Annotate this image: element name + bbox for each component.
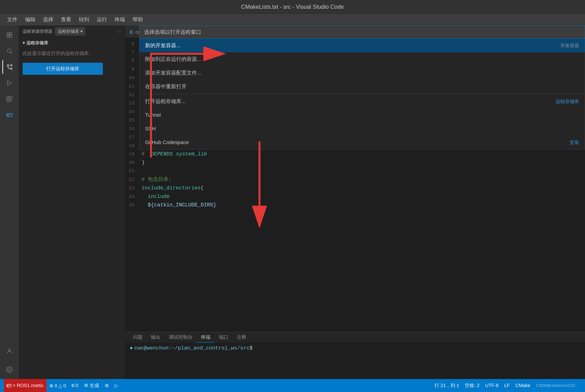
status-remote[interactable]: × ROS1.noetic (4, 379, 46, 392)
chevron-down-icon: ▾ (80, 29, 82, 34)
quick-pick-input[interactable]: 选择选项以打开远程窗口 (139, 26, 585, 39)
svg-rect-1 (10, 32, 12, 35)
menu-select[interactable]: 选择 (40, 14, 56, 24)
quick-pick-item-label: 新的开发容器... (145, 42, 180, 49)
menu-view[interactable]: 查看 (58, 14, 74, 24)
terminal-tab-problems[interactable]: 问题 (129, 332, 147, 343)
svg-rect-3 (10, 35, 12, 37)
quick-pick-item-right-install: 安装 (570, 140, 579, 146)
status-watermark-label: CSDN@chunchun2122... (536, 384, 578, 388)
terminal-content[interactable]: ● cwc@wenchun:~/plan_and_control_ws/src$ (125, 342, 585, 354)
activity-remote[interactable] (2, 108, 16, 122)
chevron-down-icon: ▾ (23, 40, 25, 46)
svg-point-6 (7, 65, 9, 66)
svg-point-8 (10, 65, 12, 66)
activity-search[interactable] (2, 44, 16, 58)
quick-pick-item-codespace[interactable]: GitHub Codespace 安装 (140, 136, 585, 149)
activity-settings-bottom[interactable] (2, 362, 16, 377)
quick-pick-list: 新的开发容器... 开发容器 附加到正在运行的容器... 添加开发容器配置文件.… (139, 39, 585, 150)
status-position-label: 行 21，列 1 (434, 382, 459, 389)
status-language[interactable]: CMake (512, 383, 533, 388)
quick-pick-item-label: 在容器中重新打开 (145, 83, 186, 90)
menu-run[interactable]: 运行 (94, 14, 110, 24)
svg-line-5 (10, 52, 12, 54)
status-remote-label: × ROS1.noetic (13, 383, 44, 388)
sidebar-more-icon[interactable]: ··· (117, 29, 121, 34)
activity-explorer[interactable] (2, 28, 16, 42)
quick-pick-item-attach[interactable]: 附加到正在运行的容器... (140, 52, 585, 66)
quick-pick-item-label: 打开远程存储库... (145, 98, 186, 105)
menu-goto[interactable]: 转到 (76, 14, 92, 24)
terminal-tab-output[interactable]: 输出 (147, 332, 165, 343)
status-build[interactable]: ⚙ 生成 (81, 379, 102, 392)
sidebar-dropdown-label: 远程存储库 (58, 28, 79, 34)
svg-rect-12 (10, 96, 12, 99)
status-position[interactable]: 行 21，列 1 (432, 382, 462, 389)
quick-pick-placeholder: 选择选项以打开远程窗口 (144, 28, 201, 36)
status-errors[interactable]: ⊗ 0 △ 0 (46, 379, 69, 392)
terminal-tab-comments[interactable]: 注释 (232, 332, 250, 343)
status-watermark: CSDN@chunchun2122... (533, 384, 581, 388)
quick-pick-item-label: 添加开发容器配置文件... (145, 69, 201, 76)
sidebar-dropdown[interactable]: 远程存储库 ▾ (55, 27, 85, 36)
svg-rect-14 (6, 114, 12, 117)
code-line: 25 ${catkin_INCLUDE_DIRS} (125, 201, 585, 210)
svg-rect-2 (7, 35, 9, 37)
quick-pick-item-open-remote[interactable]: 打开远程存储库... 远程存储库 (140, 94, 585, 108)
status-run[interactable]: ▷ (112, 379, 121, 392)
terminal-tab-ports[interactable]: 端口 (215, 332, 232, 343)
svg-rect-13 (6, 99, 9, 102)
status-language-label: CMake (516, 383, 530, 388)
activity-extensions[interactable] (2, 92, 16, 106)
sidebar: 远程资源管理器 远程存储库 ▾ ··· ▾ 远程存储库 此处显示最近打开的远程存… (19, 26, 125, 379)
quick-pick-item-right-label: 开发容器 (560, 42, 579, 49)
svg-point-18 (8, 369, 10, 370)
title-bar: CMakeLists.txt - src - Visual Studio Cod… (0, 0, 585, 14)
svg-rect-11 (6, 96, 9, 99)
status-right: 行 21，列 1 空格: 2 UTF-8 LF CMake CSDN@chunc… (432, 382, 581, 389)
quick-pick-item-label: 附加到正在运行的容器... (145, 56, 201, 63)
terminal-area: 问题 输出 调试控制台 终端 端口 注释 ● cwc@wenchun:~/pla… (125, 332, 585, 379)
svg-point-16 (8, 115, 8, 116)
svg-point-23 (8, 386, 8, 386)
run-icon: ▷ (115, 383, 118, 388)
terminal-tab-debug[interactable]: 调试控制台 (165, 332, 197, 343)
sidebar-header: 远程资源管理器 远程存储库 ▾ ··· (19, 26, 125, 37)
quick-pick-item-reopen[interactable]: 在容器中重新打开 (140, 80, 585, 94)
svg-rect-0 (7, 32, 9, 35)
svg-point-17 (8, 349, 10, 351)
status-refs[interactable]: ⑆ 0 (69, 379, 82, 392)
sidebar-content: ▾ 远程存储库 此处显示最近打开的远程存储库。 打开远程存储库 (19, 37, 125, 379)
menu-terminal[interactable]: 终端 (111, 14, 128, 24)
status-spaces[interactable]: 空格: 2 (462, 382, 482, 389)
quick-pick-item-ssh[interactable]: SSH (140, 122, 585, 136)
quick-pick-item-label: SSH (145, 126, 156, 132)
quick-pick-item-add-config[interactable]: 添加开发容器配置文件... (140, 66, 585, 80)
terminal-dollar: $ (250, 345, 253, 351)
menu-file[interactable]: 文件 (4, 14, 21, 24)
open-remote-button[interactable]: 打开远程存储库 (23, 63, 103, 75)
code-line: 20 ) (125, 158, 585, 167)
quick-pick-item-tunnel[interactable]: Tunnel (140, 108, 585, 122)
menu-edit[interactable]: 编辑 (22, 14, 39, 24)
code-line: 21 (125, 167, 585, 176)
activity-run[interactable] (2, 76, 16, 90)
status-lineending[interactable]: LF (501, 383, 512, 388)
status-encoding-label: UTF-8 (485, 383, 499, 388)
status-encoding[interactable]: UTF-8 (482, 383, 502, 388)
menu-help[interactable]: 帮助 (129, 14, 146, 24)
svg-rect-21 (7, 384, 11, 387)
quick-pick-item-label: GitHub Codespace (145, 140, 189, 146)
quick-pick-item-right-label2: 远程存储库 (556, 98, 579, 105)
activity-source-control[interactable] (2, 60, 16, 74)
terminal-tab-terminal[interactable]: 终端 (197, 332, 215, 343)
terminal-path: :~/plan_and_control_ws/src (168, 345, 249, 351)
quick-pick-divider (140, 94, 585, 94)
terminal-dot: ● (130, 345, 133, 351)
status-gear[interactable]: ⚙ (102, 379, 112, 392)
quick-pick-item-new-devcontainer[interactable]: 新的开发容器... 开发容器 (140, 39, 585, 52)
menu-bar: 文件 编辑 选择 查看 转到 运行 终端 帮助 (0, 14, 585, 26)
sidebar-empty-text: 此处显示最近打开的远程存储库。 (23, 50, 121, 57)
activity-accounts-bottom[interactable] (2, 344, 16, 358)
status-bar: × ROS1.noetic ⊗ 0 △ 0 ⑆ 0 ⚙ 生成 ⚙ ▷ 行 21，… (0, 379, 585, 392)
